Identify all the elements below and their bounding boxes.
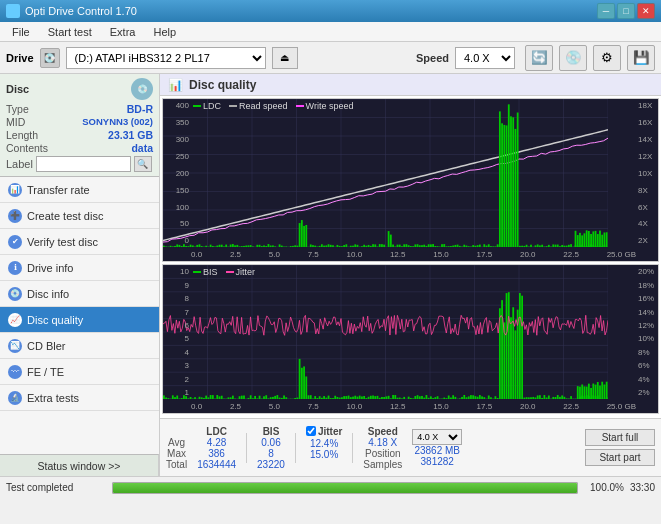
stats-bis-max: 8 (268, 448, 274, 459)
lower-chart-canvas (163, 265, 608, 399)
save-button[interactable]: 💾 (627, 45, 655, 71)
disc-contents-label: Contents (6, 142, 48, 154)
status-window-button[interactable]: Status window >> (0, 454, 159, 476)
divider1 (246, 433, 247, 463)
cd-bler-icon: 📉 (8, 339, 22, 353)
status-text: Test completed (6, 482, 106, 493)
upper-legend-ldc: LDC (203, 101, 221, 111)
app-title: Opti Drive Control 1.70 (25, 5, 137, 17)
start-full-button[interactable]: Start full (585, 429, 655, 446)
stats-speed-val: 4.18 X (368, 437, 397, 448)
lower-legend-bis: BIS (203, 267, 218, 277)
drive-label: Drive (6, 52, 34, 64)
disc-quality-icon: 📈 (8, 313, 22, 327)
burn-button[interactable]: 💿 (559, 45, 587, 71)
stats-bis-avg: 0.06 (261, 437, 280, 448)
speed-label: Speed (416, 52, 449, 64)
create-test-disc-label: Create test disc (27, 210, 103, 222)
stats-jitter-blank (323, 460, 326, 471)
menu-bar: File Start test Extra Help (0, 22, 661, 42)
lower-chart-x-axis: 0.02.55.07.510.012.515.017.520.022.525.0… (191, 399, 636, 413)
stats-position-val: 23862 MB (414, 445, 460, 456)
maximize-button[interactable]: □ (617, 3, 635, 19)
sidebar-item-create-test-disc[interactable]: ➕ Create test disc (0, 203, 159, 229)
stats-ldc-avg: 4.28 (207, 437, 226, 448)
drive-bar: Drive 💽 (D:) ATAPI iHBS312 2 PL17 ⏏ Spee… (0, 42, 661, 74)
speed-select-stats[interactable]: 4.0 X (412, 429, 462, 445)
verify-test-disc-icon: ✔ (8, 235, 22, 249)
progress-pct: 100.0% (584, 482, 624, 493)
settings-button[interactable]: ⚙ (593, 45, 621, 71)
menu-start-test[interactable]: Start test (40, 24, 100, 40)
cd-bler-label: CD Bler (27, 340, 66, 352)
disc-info-icon: 💿 (8, 287, 22, 301)
drive-select[interactable]: (D:) ATAPI iHBS312 2 PL17 (66, 47, 266, 69)
menu-extra[interactable]: Extra (102, 24, 144, 40)
charts-container: LDC Read speed Write speed 4003503002502… (160, 96, 661, 418)
chart-header: 📊 Disc quality (160, 74, 661, 96)
lower-chart-legend: BIS Jitter (193, 267, 255, 277)
drive-info-icon: ℹ (8, 261, 22, 275)
sidebar-item-disc-info[interactable]: 💿 Disc info (0, 281, 159, 307)
upper-chart-canvas (163, 99, 608, 247)
sidebar-item-verify-test-disc[interactable]: ✔ Verify test disc (0, 229, 159, 255)
extra-tests-icon: 🔬 (8, 391, 22, 405)
speed-select[interactable]: 4.0 X (455, 47, 515, 69)
title-bar: Opti Drive Control 1.70 ─ □ ✕ (0, 0, 661, 22)
stats-position-label: Position (365, 448, 401, 459)
disc-length-label: Length (6, 129, 38, 141)
stats-total-label: Total (166, 459, 187, 470)
disc-mid-label: MID (6, 116, 25, 128)
transfer-rate-label: Transfer rate (27, 184, 90, 196)
minimize-button[interactable]: ─ (597, 3, 615, 19)
fe-te-icon: 〰 (8, 365, 22, 379)
stats-ldc-max: 386 (208, 448, 225, 459)
nav-items: 📊 Transfer rate ➕ Create test disc ✔ Ver… (0, 177, 159, 454)
disc-mid-val: SONYNN3 (002) (82, 116, 153, 128)
progress-time: 33:30 (630, 482, 655, 493)
stats-ldc-header: LDC (206, 426, 227, 437)
menu-file[interactable]: File (4, 24, 38, 40)
stats-ldc-total: 1634444 (197, 459, 236, 470)
disc-panel: Disc 💿 Type BD-R MID SONYNN3 (002) Lengt… (0, 74, 159, 177)
stats-avg-label: Avg (168, 437, 185, 448)
eject-button[interactable]: ⏏ (272, 47, 298, 69)
close-button[interactable]: ✕ (637, 3, 655, 19)
menu-help[interactable]: Help (145, 24, 184, 40)
drive-info-label: Drive info (27, 262, 73, 274)
upper-chart-y-right: 18X16X14X12X10X8X6X4X2X (636, 99, 658, 245)
stats-max-label: Max (167, 448, 186, 459)
sidebar-item-disc-quality[interactable]: 📈 Disc quality (0, 307, 159, 333)
sidebar-item-drive-info[interactable]: ℹ Drive info (0, 255, 159, 281)
lower-chart-y-left: 10987654321 (163, 265, 191, 397)
disc-icon: 💿 (131, 78, 153, 100)
bottom-status-bar: Test completed 100.0% 33:30 (0, 476, 661, 498)
disc-info-label: Disc info (27, 288, 69, 300)
stats-samples-val: 381282 (421, 456, 454, 467)
upper-chart-legend: LDC Read speed Write speed (193, 101, 353, 111)
create-test-disc-icon: ➕ (8, 209, 22, 223)
refresh-button[interactable]: 🔄 (525, 45, 553, 71)
chart-icon: 📊 (168, 78, 183, 92)
stats-bis-total: 23220 (257, 459, 285, 470)
extra-tests-label: Extra tests (27, 392, 79, 404)
disc-label-label: Label (6, 158, 33, 170)
disc-contents-val: data (131, 142, 153, 154)
sidebar-item-transfer-rate[interactable]: 📊 Transfer rate (0, 177, 159, 203)
jitter-checkbox[interactable] (306, 426, 316, 436)
sidebar-item-cd-bler[interactable]: 📉 CD Bler (0, 333, 159, 359)
stats-bar: Avg Max Total LDC 4.28 386 1634444 BIS 0… (160, 418, 661, 476)
sidebar-item-extra-tests[interactable]: 🔬 Extra tests (0, 385, 159, 411)
stats-bis-header: BIS (263, 426, 280, 437)
progress-bar-fill (113, 483, 577, 493)
lower-legend-jitter: Jitter (236, 267, 256, 277)
lower-chart-y-right: 20%18%16%14%12%10%8%6%4%2% (636, 265, 658, 397)
disc-label-input[interactable] (36, 156, 131, 172)
disc-type-label: Type (6, 103, 29, 115)
upper-legend-readspeed: Read speed (239, 101, 288, 111)
disc-label-button[interactable]: 🔍 (134, 156, 152, 172)
sidebar-item-fe-te[interactable]: 〰 FE / TE (0, 359, 159, 385)
stats-speed-header: Speed (368, 426, 398, 437)
start-part-button[interactable]: Start part (585, 449, 655, 466)
chart-title: Disc quality (189, 78, 256, 92)
